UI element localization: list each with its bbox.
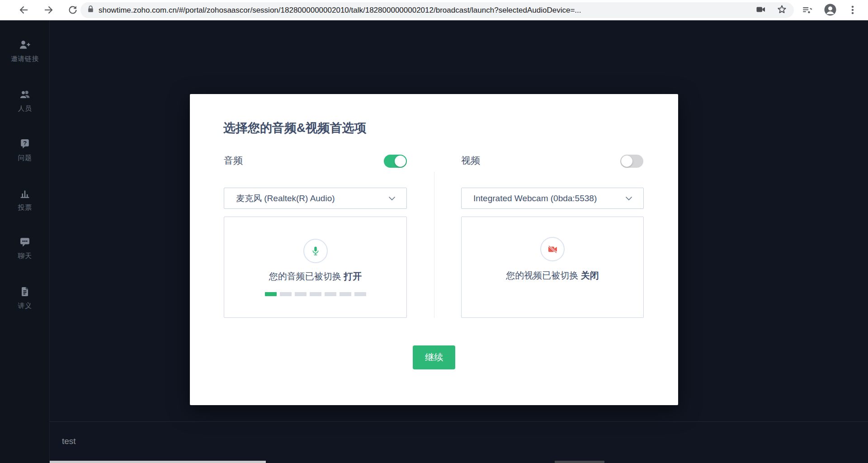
video-off-icon xyxy=(547,244,558,255)
lock-icon xyxy=(87,5,94,15)
browser-menu-icon[interactable] xyxy=(847,4,858,18)
sidebar-item-label: 人员 xyxy=(18,104,32,113)
level-bar xyxy=(340,292,351,296)
document-icon xyxy=(19,285,31,298)
profile-avatar-icon[interactable] xyxy=(824,4,836,18)
column-divider xyxy=(434,172,434,318)
browser-chrome: showtime.zoho.com.cn/#/portal/zohosaasco… xyxy=(0,0,868,20)
sidebar-item-label: 问题 xyxy=(18,154,32,162)
level-bar xyxy=(310,292,321,296)
chat-bubble-icon xyxy=(19,236,31,248)
sidebar-item-chat[interactable]: 聊天 xyxy=(0,236,50,260)
level-bar xyxy=(280,292,292,296)
reload-icon[interactable] xyxy=(66,4,79,16)
level-bar xyxy=(295,292,307,296)
sidebar-item-label: 聊天 xyxy=(18,252,32,260)
bottom-scrollbar-thumb[interactable] xyxy=(50,461,266,463)
footer-divider xyxy=(50,421,868,422)
bar-chart-icon xyxy=(19,187,31,200)
bookmark-star-icon[interactable] xyxy=(776,4,788,17)
sidebar-item-label: 讲义 xyxy=(18,302,32,310)
audio-toggle[interactable] xyxy=(384,155,407,168)
microphone-icon xyxy=(310,246,321,256)
video-toggle[interactable] xyxy=(620,155,643,168)
audio-preview-panel: 您的音频已被切换 打开 xyxy=(224,217,407,318)
video-device-value: Integrated Webcam (0bda:5538) xyxy=(473,194,625,203)
person-add-icon xyxy=(18,38,32,51)
forward-icon[interactable] xyxy=(42,4,55,16)
people-icon xyxy=(18,88,32,101)
continue-button[interactable]: 继续 xyxy=(413,345,455,369)
sidebar-item-polls[interactable]: 投票 xyxy=(0,187,50,212)
session-title: test xyxy=(62,436,76,446)
video-status-circle xyxy=(540,237,565,261)
audio-level-meter xyxy=(265,292,366,296)
sidebar-item-invite-link[interactable]: 邀请链接 xyxy=(0,38,50,63)
level-bar xyxy=(265,292,277,296)
video-status-text: 您的视频已被切换 关闭 xyxy=(462,269,643,282)
sidebar-item-label: 邀请链接 xyxy=(11,55,39,63)
toggle-knob xyxy=(395,156,406,167)
av-preferences-dialog: 选择您的音频&视频首选项 音频 麦克风 (Realtek(R) Audio) 您… xyxy=(190,94,678,405)
sidebar: 邀请链接 人员 ? 问题 投票 xyxy=(0,20,50,463)
chevron-down-icon xyxy=(625,196,632,201)
url-text: showtime.zoho.com.cn/#/portal/zohosaasco… xyxy=(99,6,745,15)
toggle-knob xyxy=(621,156,632,167)
back-icon[interactable] xyxy=(18,4,30,16)
svg-text:?: ? xyxy=(23,140,27,146)
audio-device-value: 麦克风 (Realtek(R) Audio) xyxy=(236,193,388,204)
dialog-title: 选择您的音频&视频首选项 xyxy=(223,120,367,136)
video-section-label: 视频 xyxy=(461,154,480,167)
camera-permission-icon[interactable] xyxy=(755,4,766,17)
audio-device-select[interactable]: 麦克风 (Realtek(R) Audio) xyxy=(224,188,407,209)
chevron-down-icon xyxy=(388,196,396,201)
video-preview-panel: 您的视频已被切换 关闭 xyxy=(461,217,644,318)
mic-status-circle xyxy=(303,239,328,263)
url-bar[interactable]: showtime.zoho.com.cn/#/portal/zohosaasco… xyxy=(80,2,794,18)
bottom-bar-segment xyxy=(555,461,604,463)
level-bar xyxy=(354,292,366,296)
audio-section-label: 音频 xyxy=(224,154,243,167)
sidebar-item-handouts[interactable]: 讲义 xyxy=(0,285,50,310)
audio-status-text: 您的音频已被切换 打开 xyxy=(224,270,406,283)
media-controls-icon[interactable] xyxy=(802,4,813,18)
video-device-select[interactable]: Integrated Webcam (0bda:5538) xyxy=(461,188,644,209)
sidebar-item-people[interactable]: 人员 xyxy=(0,88,50,113)
question-bubble-icon: ? xyxy=(19,137,31,150)
sidebar-item-questions[interactable]: ? 问题 xyxy=(0,137,50,162)
sidebar-item-label: 投票 xyxy=(18,203,32,212)
level-bar xyxy=(325,292,336,296)
